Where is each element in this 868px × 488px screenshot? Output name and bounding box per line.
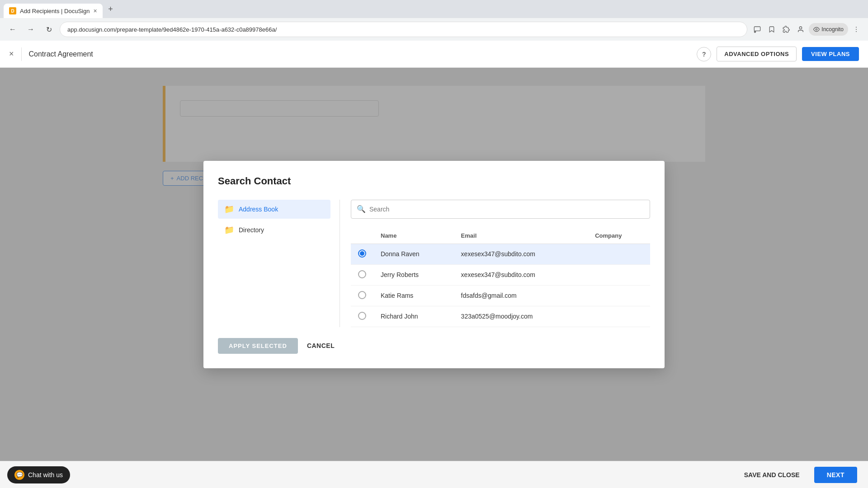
table-col-company: Company	[588, 228, 650, 244]
table-col-name: Name	[373, 228, 454, 244]
search-contact-modal: Search Contact 📁 Address Book 📁 Director…	[203, 161, 665, 368]
active-tab[interactable]: D Add Recipients | DocuSign ×	[4, 4, 103, 18]
bookmark-icon[interactable]	[765, 23, 778, 36]
modal-title: Search Contact	[218, 175, 650, 187]
tab-close-button[interactable]: ×	[93, 7, 97, 14]
main-content: + ADD RECIPIENT ▼ Search Contact 📁 Addre…	[0, 68, 868, 488]
contact-name: Richard John	[373, 306, 454, 327]
tab-title: Add Recipients | DocuSign	[20, 8, 90, 14]
table-body: Donna Raven xexesex347@subdito.com Jerry…	[351, 244, 650, 327]
sidebar-item-directory[interactable]: 📁 Directory	[218, 221, 330, 239]
table-row[interactable]: Richard John 323a0525@moodjoy.com	[351, 306, 650, 327]
contact-company	[588, 306, 650, 327]
row-radio[interactable]	[351, 285, 373, 306]
chat-label: Chat with us	[28, 471, 63, 479]
radio-button[interactable]	[358, 312, 366, 320]
cancel-button[interactable]: CANCEL	[307, 342, 335, 349]
back-button[interactable]: ←	[5, 22, 20, 37]
header-divider	[21, 47, 22, 61]
bottom-bar: 💬 Chat with us SAVE AND CLOSE NEXT	[0, 461, 868, 488]
apply-selected-button[interactable]: APPLY SELECTED	[218, 338, 298, 354]
search-box[interactable]: 🔍	[351, 200, 650, 219]
table-row[interactable]: Katie Rams fdsafds@gmail.com	[351, 285, 650, 306]
folder-icon-2: 📁	[224, 225, 234, 235]
nav-actions: Incognito	[751, 23, 863, 36]
close-button[interactable]: ×	[9, 49, 14, 59]
chat-widget[interactable]: 💬 Chat with us	[7, 466, 70, 483]
extension-icon[interactable]	[780, 23, 793, 36]
refresh-button[interactable]: ↻	[42, 22, 56, 37]
advanced-options-button[interactable]: ADVANCED OPTIONS	[717, 47, 797, 61]
profile-icon[interactable]	[794, 23, 807, 36]
incognito-button[interactable]: Incognito	[809, 23, 848, 36]
modal-body: 📁 Address Book 📁 Directory 🔍	[218, 200, 650, 327]
url-text: app.docusign.com/prepare-template/9ed486…	[67, 26, 277, 33]
contact-email: xexesex347@subdito.com	[454, 244, 588, 264]
radio-button[interactable]	[358, 249, 366, 258]
modal-content-area: 🔍 Name Email Company	[340, 200, 650, 327]
menu-icon[interactable]	[850, 23, 863, 36]
search-input[interactable]	[369, 206, 644, 213]
incognito-label: Incognito	[821, 26, 844, 33]
browser-chrome: D Add Recipients | DocuSign × + ← → ↻ ap…	[0, 0, 868, 41]
sidebar-item-label: Address Book	[239, 206, 278, 213]
svg-point-5	[856, 29, 857, 30]
contact-email: 323a0525@moodjoy.com	[454, 306, 588, 327]
contact-email: xexesex347@subdito.com	[454, 264, 588, 285]
contact-company	[588, 244, 650, 264]
table-col-select	[351, 228, 373, 244]
tab-favicon: D	[9, 7, 16, 14]
contact-email: fdsafds@gmail.com	[454, 285, 588, 306]
modal-footer: APPLY SELECTED CANCEL	[218, 338, 650, 354]
contact-name: Donna Raven	[373, 244, 454, 264]
sidebar-item-label-2: Directory	[239, 226, 264, 234]
forward-button[interactable]: →	[24, 22, 38, 37]
row-radio[interactable]	[351, 306, 373, 327]
radio-button[interactable]	[358, 291, 366, 299]
contacts-table: Name Email Company Donna Raven	[351, 228, 650, 327]
row-radio[interactable]	[351, 264, 373, 285]
svg-point-4	[856, 27, 857, 28]
save-and-close-button[interactable]: SAVE AND CLOSE	[737, 468, 807, 482]
contact-name: Jerry Roberts	[373, 264, 454, 285]
contact-name: Katie Rams	[373, 285, 454, 306]
svg-point-3	[816, 28, 818, 30]
row-radio[interactable]	[351, 244, 373, 264]
contact-company	[588, 285, 650, 306]
modal-sidebar: 📁 Address Book 📁 Directory	[218, 200, 340, 327]
modal-overlay: Search Contact 📁 Address Book 📁 Director…	[0, 68, 868, 488]
svg-rect-0	[755, 27, 760, 31]
table-col-email: Email	[454, 228, 588, 244]
document-title: Contract Agreement	[29, 50, 93, 58]
folder-icon: 📁	[224, 204, 234, 214]
app-header: × Contract Agreement ? ADVANCED OPTIONS …	[0, 41, 868, 68]
table-header: Name Email Company	[351, 228, 650, 244]
radio-button[interactable]	[358, 270, 366, 278]
address-bar[interactable]: app.docusign.com/prepare-template/9ed486…	[60, 22, 747, 37]
cast-icon[interactable]	[751, 23, 764, 36]
contact-company	[588, 264, 650, 285]
new-tab-button[interactable]: +	[104, 3, 117, 15]
chat-icon: 💬	[14, 470, 24, 480]
table-row[interactable]: Donna Raven xexesex347@subdito.com	[351, 244, 650, 264]
next-button[interactable]: NEXT	[814, 467, 857, 483]
view-plans-button[interactable]: VIEW PLANS	[802, 47, 859, 61]
header-actions: ? ADVANCED OPTIONS VIEW PLANS	[697, 47, 859, 61]
tab-bar: D Add Recipients | DocuSign × +	[0, 0, 868, 18]
svg-point-2	[800, 27, 802, 29]
browser-nav: ← → ↻ app.docusign.com/prepare-template/…	[0, 18, 868, 41]
svg-point-6	[856, 31, 857, 32]
help-button[interactable]: ?	[697, 47, 711, 61]
search-icon: 🔍	[357, 205, 366, 213]
table-row[interactable]: Jerry Roberts xexesex347@subdito.com	[351, 264, 650, 285]
sidebar-item-address-book[interactable]: 📁 Address Book	[218, 200, 330, 219]
